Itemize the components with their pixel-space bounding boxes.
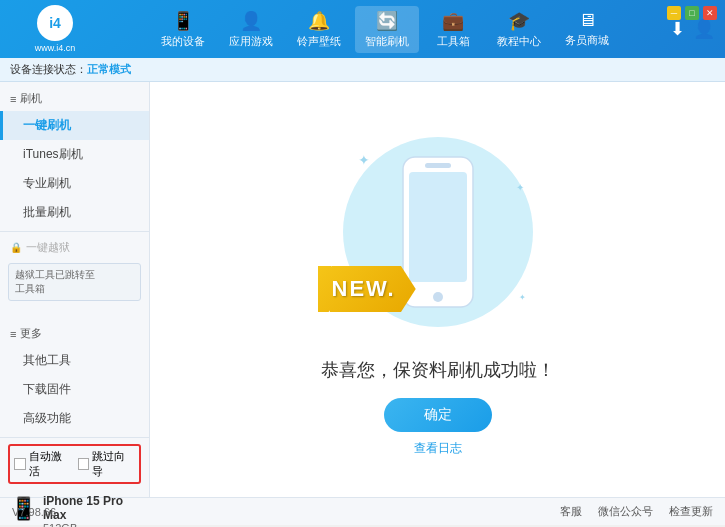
device-details: iPhone 15 Pro Max 512GB iPhone — [43, 494, 139, 527]
svg-point-3 — [433, 292, 443, 302]
download-firmware-label: 下载固件 — [23, 382, 71, 396]
nav-tutorials[interactable]: 🎓 教程中心 — [487, 6, 551, 53]
sidebar-item-download-firmware[interactable]: 下载固件 — [0, 375, 149, 404]
flash-group-label: 刷机 — [20, 91, 42, 106]
pro-flash-label: 专业刷机 — [23, 176, 71, 190]
close-button[interactable]: ✕ — [703, 6, 717, 20]
sidebar: ≡ 刷机 一键刷机 iTunes刷机 专业刷机 批量刷机 🔒 一键越狱 越狱工具… — [0, 82, 150, 497]
advanced-label: 高级功能 — [23, 411, 71, 425]
skip-guide-check[interactable] — [78, 458, 90, 470]
skip-guide-checkbox[interactable]: 跳过向导 — [78, 449, 136, 479]
main-layout: ≡ 刷机 一键刷机 iTunes刷机 专业刷机 批量刷机 🔒 一键越狱 越狱工具… — [0, 82, 725, 497]
nav-smart-flash[interactable]: 🔄 智能刷机 — [355, 6, 419, 53]
sidebar-item-one-key-flash[interactable]: 一键刷机 — [0, 111, 149, 140]
nav-apps-label: 应用游戏 — [229, 34, 273, 49]
sidebar-item-batch-flash[interactable]: 批量刷机 — [0, 198, 149, 227]
tutorials-icon: 🎓 — [508, 10, 530, 32]
auto-activate-checkbox[interactable]: 自动激活 — [14, 449, 72, 479]
lock-icon: 🔒 — [10, 242, 22, 253]
success-message: 恭喜您，保资料刷机成功啦！ — [321, 358, 555, 382]
sidebar-notice: 越狱工具已跳转至工具箱 — [8, 263, 141, 301]
disabled-label: 一键越狱 — [26, 240, 70, 255]
minimize-button[interactable]: ─ — [667, 6, 681, 20]
nav-ringtones-label: 铃声壁纸 — [297, 34, 341, 49]
one-key-flash-label: 一键刷机 — [23, 118, 71, 132]
nav-tools-label: 工具箱 — [437, 34, 470, 49]
nav-ringtones[interactable]: 🔔 铃声壁纸 — [287, 6, 351, 53]
itunes-flash-label: iTunes刷机 — [23, 147, 83, 161]
nav-my-device[interactable]: 📱 我的设备 — [151, 6, 215, 53]
nav-service[interactable]: 🖥 务员商城 — [555, 6, 619, 53]
more-group-icon: ≡ — [10, 328, 16, 340]
footer-right: 客服 微信公众号 检查更新 — [560, 504, 713, 519]
download-button[interactable]: ⬇ — [670, 18, 685, 40]
sparkle-3: ✦ — [519, 293, 526, 302]
tools-icon: 💼 — [442, 10, 464, 32]
sidebar-item-itunes-flash[interactable]: iTunes刷机 — [0, 140, 149, 169]
nav-tools[interactable]: 💼 工具箱 — [423, 6, 483, 53]
logo-text: i4 — [49, 15, 61, 31]
logo: i4 www.i4.cn — [10, 5, 100, 53]
sidebar-disabled-jailbreak: 🔒 一键越狱 — [0, 236, 149, 259]
sparkle-2: ✦ — [516, 182, 524, 193]
ringtones-icon: 🔔 — [308, 10, 330, 32]
main-content: ✦ ✦ ✦ ✦ ✦ NEW. 恭喜您，保资料刷机成功啦！ 确定 查看日志 — [150, 82, 725, 497]
batch-flash-label: 批量刷机 — [23, 205, 71, 219]
topbar-right: ⬇ 👤 — [670, 18, 715, 40]
nav-tutorials-label: 教程中心 — [497, 34, 541, 49]
sidebar-flash-section: ≡ 刷机 一键刷机 iTunes刷机 专业刷机 批量刷机 🔒 一键越狱 越狱工具… — [0, 82, 149, 309]
sidebar-flash-group: ≡ 刷机 — [0, 86, 149, 111]
auto-row: 自动激活 跳过向导 — [8, 444, 141, 484]
sidebar-more-group: ≡ 更多 — [0, 321, 149, 346]
smart-flash-icon: 🔄 — [376, 10, 398, 32]
logo-circle: i4 — [37, 5, 73, 41]
nav-bar: 📱 我的设备 👤 应用游戏 🔔 铃声壁纸 🔄 智能刷机 💼 工具箱 🎓 教程中心… — [100, 6, 670, 53]
success-image: ✦ ✦ ✦ ✦ ✦ NEW. — [328, 122, 548, 342]
footer-version: V7.98.66 — [12, 506, 56, 518]
sidebar-divider-1 — [0, 231, 149, 232]
other-tools-label: 其他工具 — [23, 353, 71, 367]
status-label: 设备连接状态： — [10, 62, 87, 77]
sidebar-more-section: ≡ 更多 其他工具 下载固件 高级功能 — [0, 317, 149, 437]
device-storage: 512GB — [43, 522, 139, 527]
nav-apps-games[interactable]: 👤 应用游戏 — [219, 6, 283, 53]
new-ribbon: ✦ ✦ NEW. — [318, 266, 416, 312]
statusbar: 设备连接状态： 正常模式 — [0, 58, 725, 82]
maximize-button[interactable]: □ — [685, 6, 699, 20]
device-icon: 📱 — [172, 10, 194, 32]
device-name: iPhone 15 Pro Max — [43, 494, 139, 522]
sidebar-item-other-tools[interactable]: 其他工具 — [0, 346, 149, 375]
nav-my-device-label: 我的设备 — [161, 34, 205, 49]
logo-subtext: www.i4.cn — [35, 43, 76, 53]
nav-service-label: 务员商城 — [565, 33, 609, 48]
notice-text: 越狱工具已跳转至工具箱 — [15, 269, 95, 294]
new-badge: ✦ ✦ NEW. — [318, 266, 416, 312]
status-value: 正常模式 — [87, 62, 131, 77]
skip-guide-label: 跳过向导 — [92, 449, 135, 479]
footer-wechat[interactable]: 微信公众号 — [598, 504, 653, 519]
flash-group-icon: ≡ — [10, 93, 16, 105]
apps-icon: 👤 — [240, 10, 262, 32]
footer-customer-service[interactable]: 客服 — [560, 504, 582, 519]
auto-activate-label: 自动激活 — [29, 449, 72, 479]
svg-rect-1 — [409, 172, 467, 282]
sparkle-1: ✦ — [358, 152, 370, 168]
service-icon: 🖥 — [578, 10, 596, 31]
confirm-button[interactable]: 确定 — [384, 398, 492, 432]
more-group-label: 更多 — [20, 326, 42, 341]
sidebar-item-pro-flash[interactable]: 专业刷机 — [0, 169, 149, 198]
user-button[interactable]: 👤 — [693, 18, 715, 40]
sidebar-item-advanced[interactable]: 高级功能 — [0, 404, 149, 433]
topbar: i4 www.i4.cn 📱 我的设备 👤 应用游戏 🔔 铃声壁纸 🔄 智能刷机… — [0, 0, 725, 58]
footer-check-update[interactable]: 检查更新 — [669, 504, 713, 519]
new-text: NEW. — [332, 276, 396, 302]
log-link[interactable]: 查看日志 — [414, 440, 462, 457]
svg-rect-2 — [425, 163, 451, 168]
nav-smart-flash-label: 智能刷机 — [365, 34, 409, 49]
auto-activate-check[interactable] — [14, 458, 26, 470]
